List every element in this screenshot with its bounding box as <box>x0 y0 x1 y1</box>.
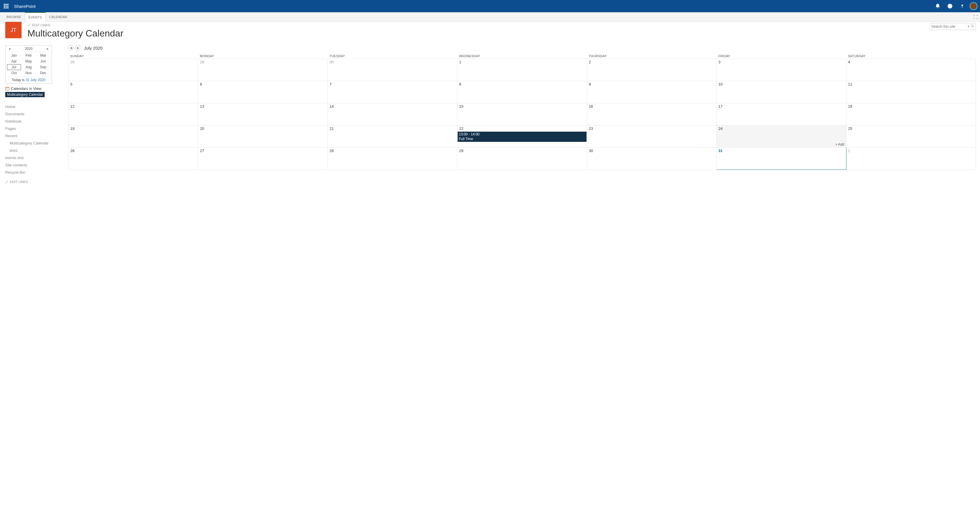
calendar-daynum[interactable]: 21 <box>328 126 457 132</box>
calendar-daynum[interactable]: 27 <box>198 148 327 154</box>
calendar-daynum[interactable]: 3 <box>717 59 846 65</box>
calendar-daynum[interactable]: 12 <box>68 103 198 109</box>
settings-icon[interactable] <box>944 0 956 12</box>
calendar-daynum[interactable]: 6 <box>198 81 327 87</box>
mini-month-dec[interactable]: Dec <box>36 70 50 76</box>
calendar-cell[interactable]: 1 <box>457 59 587 81</box>
mini-month-sep[interactable]: Sep <box>36 64 50 70</box>
calendar-cell[interactable]: 1 <box>846 148 975 170</box>
calendar-daynum[interactable]: 11 <box>846 81 975 87</box>
focus-content-button[interactable] <box>971 12 980 22</box>
site-logo[interactable]: JT <box>5 22 22 38</box>
calendar-cell[interactable]: 8 <box>457 81 587 103</box>
calendar-cell[interactable]: 2213:00 - 14:00Full Time <box>457 126 587 148</box>
calendar-daynum[interactable]: 28 <box>68 59 198 65</box>
calendar-cell[interactable]: 16 <box>587 103 716 126</box>
calendar-cell[interactable]: 31 <box>717 148 846 170</box>
calendar-daynum[interactable]: 1 <box>457 59 587 65</box>
calendar-cell[interactable]: 27 <box>198 148 328 170</box>
calendar-cell[interactable]: 20 <box>198 126 328 148</box>
mini-month-oct[interactable]: Oct <box>7 70 21 76</box>
calendar-cell[interactable]: 7 <box>328 81 457 103</box>
quick-launch-link[interactable]: events test <box>5 156 24 160</box>
quick-launch-link[interactable]: Site contents <box>5 163 27 167</box>
quick-launch-item[interactable]: Recycle Bin <box>5 169 60 176</box>
calendar-cell[interactable]: 15 <box>457 103 587 126</box>
search-box[interactable]: ▼ <box>930 23 976 30</box>
calendar-next-button[interactable]: ▶ <box>75 45 81 51</box>
ribbon-tab-calendar[interactable]: CALENDAR <box>46 12 71 22</box>
quick-launch-link[interactable]: Notebook <box>5 119 22 123</box>
mini-month-jul[interactable]: Jul <box>7 64 21 70</box>
calendar-daynum[interactable]: 31 <box>717 148 846 154</box>
mini-month-mar[interactable]: Mar <box>36 53 50 58</box>
calendar-cell[interactable]: 12 <box>68 103 198 126</box>
mini-month-jun[interactable]: Jun <box>36 58 50 64</box>
calendar-cell[interactable]: 2 <box>587 59 716 81</box>
quick-launch-item[interactable]: events test <box>5 154 60 161</box>
calendar-cell[interactable]: 18 <box>846 103 975 126</box>
notifications-icon[interactable] <box>932 0 944 12</box>
mini-month-feb[interactable]: Feb <box>22 53 36 58</box>
app-launcher-button[interactable] <box>0 0 12 12</box>
calendar-prev-button[interactable]: ◀ <box>68 45 73 51</box>
mini-cal-today-link[interactable]: 31 July 2020 <box>25 78 46 82</box>
mini-cal-year[interactable]: 2020 <box>25 47 33 51</box>
calendar-daynum[interactable]: 16 <box>587 103 716 109</box>
quick-launch-link[interactable]: Recent <box>5 134 17 138</box>
calendar-add-link[interactable]: + Add <box>835 142 844 147</box>
mini-month-aug[interactable]: Aug <box>22 64 36 70</box>
calendar-cell[interactable]: 13 <box>198 103 328 126</box>
calendar-daynum[interactable]: 9 <box>587 81 716 87</box>
ribbon-tab-events[interactable]: EVENTS <box>25 12 46 22</box>
calendar-daynum[interactable]: 8 <box>457 81 587 87</box>
calendar-cell[interactable]: 3 <box>717 59 846 81</box>
calendar-cell[interactable]: 28 <box>68 59 198 81</box>
calendar-cell[interactable]: 23 <box>587 126 716 148</box>
calendar-cell[interactable]: 21 <box>328 126 457 148</box>
calendar-daynum[interactable]: 4 <box>846 59 975 65</box>
calendar-cell[interactable]: 10 <box>717 81 846 103</box>
calendar-cell[interactable]: 6 <box>198 81 328 103</box>
calendar-daynum[interactable]: 10 <box>717 81 846 87</box>
calendar-cell[interactable]: 5 <box>68 81 198 103</box>
quick-launch-link[interactable]: Pages <box>5 126 16 131</box>
calendar-daynum[interactable]: 22 <box>457 126 587 132</box>
search-scope-dropdown[interactable]: ▼ <box>967 25 970 28</box>
quick-launch-item[interactable]: Home <box>5 103 60 110</box>
calendar-cell[interactable]: 9 <box>587 81 716 103</box>
calendar-cell[interactable]: 30 <box>328 59 457 81</box>
calendar-daynum[interactable]: 28 <box>328 148 457 154</box>
quick-launch-item[interactable]: Pages <box>5 125 60 132</box>
calendar-event[interactable]: 13:00 - 14:00Full Time <box>458 132 586 142</box>
calendar-cell[interactable]: 4 <box>846 59 975 81</box>
user-avatar[interactable] <box>969 2 978 10</box>
search-icon[interactable] <box>971 24 974 29</box>
quick-launch-item[interactable]: Recent <box>5 132 60 139</box>
mini-month-jan[interactable]: Jan <box>7 53 21 58</box>
calendar-cell[interactable]: 25 <box>846 126 975 148</box>
calendar-daynum[interactable]: 15 <box>457 103 587 109</box>
calendar-overlay-item[interactable]: Multicategory Calendar <box>5 92 45 97</box>
quick-launch-item[interactable]: test1 <box>5 147 60 154</box>
quick-launch-link[interactable]: test1 <box>10 148 18 153</box>
calendar-daynum[interactable]: 29 <box>198 59 327 65</box>
calendar-daynum[interactable]: 29 <box>457 148 587 154</box>
calendar-cell[interactable]: 14 <box>328 103 457 126</box>
calendar-cell[interactable]: 29 <box>457 148 587 170</box>
calendar-daynum[interactable]: 20 <box>198 126 327 132</box>
calendar-daynum[interactable]: 13 <box>198 103 327 109</box>
calendar-daynum[interactable]: 7 <box>328 81 457 87</box>
quick-launch-link[interactable]: Documents <box>5 112 24 116</box>
help-icon[interactable] <box>956 0 968 12</box>
quick-launch-link[interactable]: Recycle Bin <box>5 170 25 174</box>
mini-cal-next[interactable]: ▶ <box>47 47 49 50</box>
calendar-cell[interactable]: 28 <box>328 148 457 170</box>
calendar-cell[interactable]: 26 <box>68 148 198 170</box>
calendars-in-view-header[interactable]: Calendars in View <box>5 86 60 91</box>
calendar-daynum[interactable]: 30 <box>328 59 457 65</box>
calendar-daynum[interactable]: 26 <box>68 148 198 154</box>
calendar-daynum[interactable]: 23 <box>587 126 716 132</box>
edit-links-bottom[interactable]: EDIT LINKS <box>5 180 28 184</box>
calendar-daynum[interactable]: 17 <box>717 103 846 109</box>
